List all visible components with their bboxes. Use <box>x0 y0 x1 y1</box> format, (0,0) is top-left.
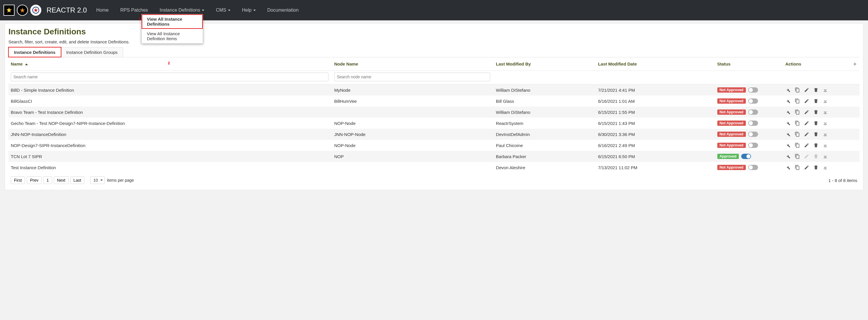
cell-name[interactable]: Test Instance Definition <box>8 162 332 173</box>
status-badge: Not Approved <box>717 110 746 115</box>
copy-icon[interactable] <box>795 154 800 159</box>
edit-icon[interactable] <box>804 87 809 93</box>
cell-name[interactable]: JNN-NOP-InstanceDefinition <box>8 129 332 140</box>
wrench-icon[interactable] <box>785 98 790 104</box>
cell-name[interactable]: TCN Lot 7 SIPR <box>8 151 332 162</box>
copy-icon[interactable] <box>795 132 800 137</box>
cell-actions <box>783 95 860 107</box>
trash-icon[interactable] <box>813 110 818 115</box>
copy-icon[interactable] <box>795 87 800 93</box>
download-icon[interactable] <box>823 165 828 170</box>
instance-definitions-dropdown: View All Instance Definitions View All I… <box>142 14 203 44</box>
column-header-node[interactable]: Node Name <box>332 57 494 71</box>
cell-name[interactable]: Bravo Team - Test Instance Definition <box>8 107 332 118</box>
cell-status: Approved <box>715 151 783 162</box>
status-badge: Not Approved <box>717 120 746 126</box>
trash-icon[interactable] <box>813 98 818 104</box>
approve-toggle[interactable] <box>748 98 758 104</box>
trash-icon[interactable] <box>813 87 818 93</box>
dropdown-view-all-definitions[interactable]: View All Instance Definitions <box>142 14 203 29</box>
approve-toggle[interactable] <box>748 110 758 115</box>
edit-icon[interactable] <box>804 98 809 104</box>
nav-documentation[interactable]: Documentation <box>267 7 299 13</box>
download-icon[interactable] <box>823 98 828 104</box>
download-icon[interactable] <box>823 120 828 126</box>
nav-home[interactable]: Home <box>96 7 109 13</box>
items-per-page-select[interactable]: 10 <box>90 176 105 184</box>
copy-icon[interactable] <box>795 120 800 126</box>
download-icon[interactable] <box>823 87 828 93</box>
pager-first[interactable]: First <box>11 176 25 184</box>
wrench-icon[interactable] <box>785 143 790 148</box>
cell-modified-date: 6/15/2021 1:55 PM <box>596 107 715 118</box>
items-per-page-label: items per page <box>107 178 134 182</box>
wrench-icon[interactable] <box>785 120 790 126</box>
approve-toggle[interactable] <box>748 132 758 137</box>
pager-count: 1 - 8 of 8 items <box>829 178 857 183</box>
edit-icon[interactable] <box>804 110 809 115</box>
filter-node-input[interactable] <box>334 72 490 81</box>
edit-icon[interactable] <box>804 143 809 148</box>
status-badge: Not Approved <box>717 87 746 93</box>
cell-node: BillHumVee <box>332 95 494 107</box>
dropdown-view-all-definition-items[interactable]: View All Instance Definition Items <box>142 29 203 43</box>
edit-icon[interactable] <box>804 120 809 126</box>
table-row: BillGlassCIBillHumVeeBill Glass6/16/2021… <box>8 95 860 107</box>
annotation-1: 1 <box>139 17 141 21</box>
approve-toggle[interactable] <box>748 87 758 93</box>
cell-name[interactable]: Gecho Team - Test NOP-Design7-NIPR-Insta… <box>8 118 332 129</box>
cell-modified-by: Paul Chicoine <box>494 140 596 151</box>
copy-icon[interactable] <box>795 143 800 148</box>
cell-modified-date: 6/30/2021 3:36 PM <box>596 129 715 140</box>
nav-instance-definitions[interactable]: Instance Definitions <box>160 7 205 13</box>
navbar: REACTR 2.0 Home RPS Patches Instance Def… <box>0 0 868 20</box>
trash-icon[interactable] <box>813 165 818 170</box>
items-per-page: 10 items per page <box>90 176 134 184</box>
plus-icon[interactable] <box>852 62 857 66</box>
cell-name[interactable]: BillGlassCI <box>8 95 332 107</box>
approve-toggle[interactable] <box>748 143 758 148</box>
wrench-icon[interactable] <box>785 154 790 159</box>
download-icon[interactable] <box>823 110 828 115</box>
nav-rps-patches[interactable]: RPS Patches <box>120 7 148 13</box>
cell-name[interactable]: BillD - Simple Instance Definition <box>8 84 332 96</box>
download-icon[interactable] <box>823 154 828 159</box>
trash-icon[interactable] <box>813 143 818 148</box>
tab-instance-definitions[interactable]: Instance Definitions <box>8 47 61 57</box>
column-header-modified-by[interactable]: Last Modified By <box>494 57 596 71</box>
wrench-icon[interactable] <box>785 132 790 137</box>
column-header-status[interactable]: Status <box>715 57 783 71</box>
edit-icon[interactable] <box>804 165 809 170</box>
edit-icon[interactable] <box>804 132 809 137</box>
approve-toggle[interactable] <box>741 154 751 159</box>
cell-status: Not Approved <box>715 84 783 96</box>
wrench-icon[interactable] <box>785 110 790 115</box>
nav-instance-definitions-label: Instance Definitions <box>160 7 200 13</box>
nav-help[interactable]: Help <box>242 7 256 13</box>
copy-icon[interactable] <box>795 165 800 170</box>
tab-instance-definition-groups[interactable]: Instance Definition Groups <box>61 47 123 57</box>
pager-prev[interactable]: Prev <box>27 176 41 184</box>
cell-name[interactable]: NOP-Design7-SIPR-InstanceDefinition <box>8 140 332 151</box>
trash-icon[interactable] <box>813 120 818 126</box>
copy-icon[interactable] <box>795 98 800 104</box>
cell-status: Not Approved <box>715 140 783 151</box>
pager-next[interactable]: Next <box>54 176 69 184</box>
pager-last[interactable]: Last <box>70 176 84 184</box>
column-header-name[interactable]: Name <box>8 57 332 71</box>
copy-icon[interactable] <box>795 110 800 115</box>
download-icon[interactable] <box>823 132 828 137</box>
download-icon[interactable] <box>823 143 828 148</box>
pager-page-1[interactable]: 1 <box>43 176 52 184</box>
filter-name-input[interactable] <box>11 72 329 81</box>
page-title: Instance Definitions <box>8 27 860 36</box>
status-badge: Not Approved <box>717 143 746 148</box>
cell-status: Not Approved <box>715 118 783 129</box>
approve-toggle[interactable] <box>748 120 758 126</box>
nav-cms[interactable]: CMS <box>216 7 230 13</box>
column-header-modified-date[interactable]: Last Modified Date <box>596 57 715 71</box>
wrench-icon[interactable] <box>785 87 790 93</box>
trash-icon[interactable] <box>813 132 818 137</box>
approve-toggle[interactable] <box>748 165 758 170</box>
wrench-icon[interactable] <box>785 165 790 170</box>
